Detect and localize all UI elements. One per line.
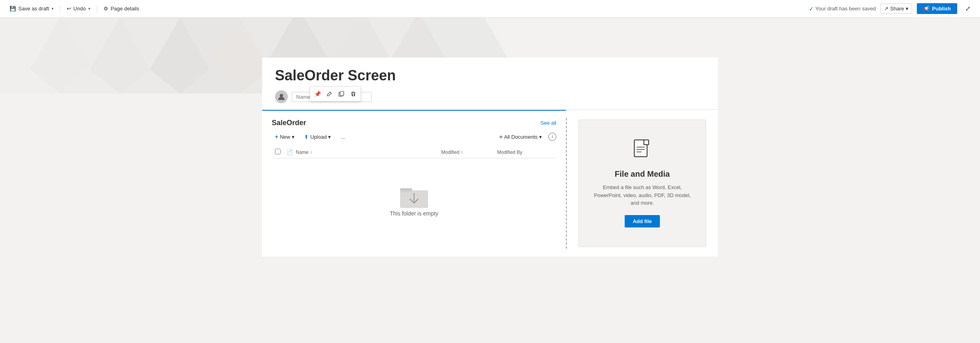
save-draft-label: Save as draft (18, 6, 49, 12)
share-icon: ↗ (884, 6, 888, 12)
toolbar-right: ✓ Your draft has been saved ↗ Share ▾ 📢 … (809, 3, 974, 14)
upload-icon: ⬆ (304, 134, 309, 140)
publish-button[interactable]: 📢 Publish (917, 3, 957, 14)
floating-toolbar: 📌 (310, 86, 361, 102)
col-modified-header[interactable]: Modified ↕ (441, 150, 497, 155)
pin-icon: 📌 (314, 91, 321, 97)
page-details-button[interactable]: ⚙ Page details (100, 4, 143, 13)
add-file-button[interactable]: Add file (625, 215, 660, 227)
filter-button[interactable]: ≡ All Documents ▾ (496, 132, 545, 142)
copy-button[interactable] (336, 88, 347, 100)
filter-label: All Documents (504, 134, 538, 140)
select-all-checkbox[interactable] (275, 149, 281, 154)
empty-folder-text: This folder is empty (390, 210, 438, 217)
doc-library-title: SaleOrder (272, 119, 306, 127)
svg-rect-13 (644, 140, 649, 145)
page-title-section: SaleOrder Screen (262, 58, 718, 110)
modified-sort-icon: ↕ (461, 150, 463, 154)
share-button[interactable]: ↗ Share ▾ (880, 4, 912, 14)
page-title: SaleOrder Screen (275, 67, 705, 84)
col-name-label: Name (296, 150, 309, 155)
svg-rect-18 (340, 92, 344, 96)
name-sort-icon: ↕ (310, 150, 312, 154)
delete-button[interactable] (348, 88, 359, 100)
save-draft-icon: 💾 (10, 6, 16, 12)
col-modifiedby-label: Modified By (497, 150, 522, 155)
col-modified-label: Modified (441, 150, 459, 155)
page-details-icon: ⚙ (104, 6, 108, 12)
empty-folder: This folder is empty (272, 158, 556, 241)
filter-chevron: ▾ (539, 134, 542, 140)
file-media-card: File and Media Embed a file such as Word… (578, 120, 706, 247)
page-details-label: Page details (111, 6, 139, 12)
col-icon: 📄 (286, 149, 296, 156)
undo-label: Undo (74, 6, 86, 12)
draft-saved-status: ✓ Your draft has been saved (809, 6, 876, 12)
file-media-icon (633, 139, 652, 163)
edit-button[interactable] (324, 88, 335, 100)
expand-button[interactable]: ⤢ (962, 3, 974, 14)
save-draft-chevron: ▾ (52, 6, 54, 11)
publish-icon: 📢 (923, 6, 930, 12)
share-chevron: ▾ (906, 6, 908, 12)
toolbar-divider-2 (97, 5, 97, 13)
info-button[interactable]: i (548, 133, 556, 141)
more-label: ... (341, 134, 345, 140)
col-check (275, 149, 286, 156)
see-all-link[interactable]: See all (540, 120, 556, 126)
file-type-icon: 📄 (286, 149, 293, 156)
share-label: Share (890, 6, 904, 12)
filter-icon: ≡ (500, 134, 503, 140)
col-name-header[interactable]: Name ↕ (296, 150, 441, 155)
file-media-title: File and Media (615, 170, 670, 179)
file-media-panel: File and Media Embed a file such as Word… (567, 110, 718, 257)
upload-button[interactable]: ⬆ Upload ▾ (301, 132, 334, 142)
draft-saved-label: Your draft has been saved (815, 6, 876, 12)
undo-chevron: ▾ (88, 6, 90, 11)
save-draft-button[interactable]: 💾 Save as draft ▾ (6, 4, 57, 13)
svg-point-8 (280, 94, 283, 97)
doc-library-header: SaleOrder See all (272, 119, 556, 127)
more-button[interactable]: ... (337, 132, 348, 142)
upload-chevron: ▾ (328, 134, 331, 140)
top-toolbar: 💾 Save as draft ▾ ↩ Undo ▾ ⚙ Page detail… (0, 0, 980, 18)
pin-button[interactable]: 📌 (312, 88, 323, 100)
new-label: New (280, 134, 290, 140)
upload-label: Upload (310, 134, 327, 140)
new-chevron: ▾ (292, 134, 295, 140)
webpart-wrapper: SaleOrder See all + New ▾ ⬆ Upload ▾ (262, 110, 718, 257)
doc-library-panel: SaleOrder See all + New ▾ ⬆ Upload ▾ (262, 110, 566, 257)
delete-icon (351, 91, 356, 97)
copy-icon (339, 91, 344, 97)
toolbar-divider-1 (60, 5, 60, 13)
publish-label: Publish (932, 6, 951, 12)
undo-icon: ↩ (67, 6, 71, 12)
doc-toolbar: + New ▾ ⬆ Upload ▾ ... ≡ Al (272, 132, 556, 142)
plus-icon: + (275, 134, 278, 140)
col-modifiedby-header: Modified By (497, 150, 553, 155)
doc-table-header: 📄 Name ↕ Modified ↕ Modified By (272, 146, 556, 158)
undo-button[interactable]: ↩ Undo ▾ (64, 4, 94, 13)
empty-folder-icon (398, 182, 430, 210)
toolbar-left: 💾 Save as draft ▾ ↩ Undo ▾ ⚙ Page detail… (6, 4, 142, 13)
page-area: SaleOrder Screen SaleOrder See all (0, 18, 980, 343)
check-icon: ✓ (809, 6, 814, 12)
edit-icon (327, 91, 332, 97)
avatar (275, 90, 288, 103)
file-media-description: Embed a file such as Word, Excel, PowerP… (592, 183, 693, 207)
new-button[interactable]: + New ▾ (272, 132, 298, 142)
